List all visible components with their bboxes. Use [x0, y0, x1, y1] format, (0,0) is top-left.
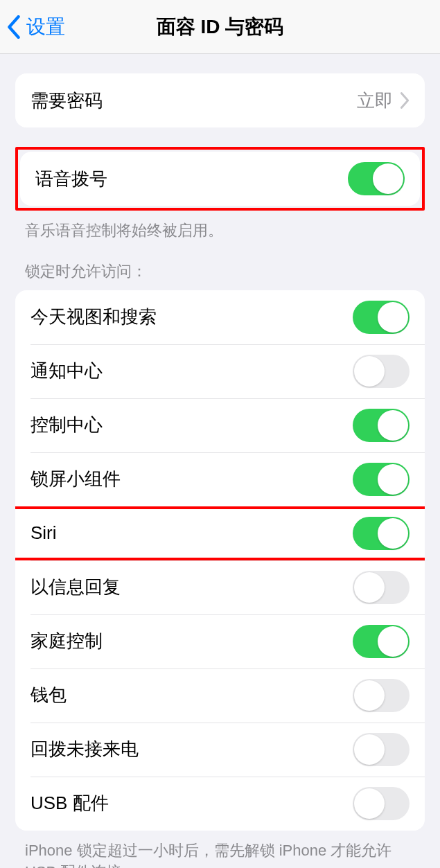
require-passcode-label: 需要密码 [30, 89, 103, 113]
content: 需要密码 立即 语音拨号 音乐语音控制将始终被启用。 锁定时允许访问： 今天视图… [0, 73, 440, 868]
lock-access-group: 今天视图和搜索通知中心控制中心锁屏小组件Siri以信息回复家庭控制钱包回拨未接来… [15, 290, 425, 831]
wallet-toggle-row: 钱包 [15, 668, 425, 723]
passcode-group: 需要密码 立即 [15, 73, 425, 127]
navbar: 设置 面容 ID 与密码 [0, 0, 440, 54]
voice-dial-toggle[interactable] [348, 162, 405, 195]
today-view-toggle-row: 今天视图和搜索 [15, 290, 425, 344]
voice-dial-highlight: 语音拨号 [15, 147, 425, 211]
require-passcode-row[interactable]: 需要密码 立即 [15, 73, 425, 127]
voice-dial-group: 语音拨号 [20, 152, 420, 206]
reply-message-toggle[interactable] [353, 571, 410, 604]
wallet-toggle-label: 钱包 [30, 683, 67, 707]
siri-toggle-label: Siri [30, 522, 57, 544]
back-button[interactable]: 设置 [0, 14, 65, 40]
return-calls-toggle[interactable] [353, 733, 410, 766]
notification-center-toggle[interactable] [353, 355, 410, 388]
today-view-toggle[interactable] [353, 301, 410, 334]
lock-access-footer: iPhone 锁定超过一小时后，需先解锁 iPhone 才能允许 USB 配件连… [0, 831, 440, 868]
reply-message-toggle-label: 以信息回复 [30, 575, 121, 599]
voice-dial-footer: 音乐语音控制将始终被启用。 [0, 211, 440, 242]
reply-message-toggle-row: 以信息回复 [15, 560, 425, 614]
home-control-toggle-row: 家庭控制 [15, 614, 425, 668]
page-title: 面容 ID 与密码 [0, 14, 440, 40]
usb-accessories-toggle[interactable] [353, 787, 410, 820]
require-passcode-value-wrap: 立即 [357, 89, 410, 113]
require-passcode-value: 立即 [357, 89, 393, 113]
siri-toggle-row: Siri [15, 506, 425, 560]
today-view-toggle-label: 今天视图和搜索 [30, 305, 157, 329]
notification-center-toggle-label: 通知中心 [30, 359, 103, 383]
usb-accessories-toggle-label: USB 配件 [30, 791, 109, 815]
siri-toggle[interactable] [353, 517, 410, 550]
chevron-right-icon [400, 91, 410, 109]
back-label: 设置 [26, 14, 65, 40]
home-control-toggle-label: 家庭控制 [30, 629, 103, 653]
control-center-toggle-row: 控制中心 [15, 398, 425, 452]
wallet-toggle[interactable] [353, 679, 410, 712]
lockscreen-widgets-toggle[interactable] [353, 463, 410, 496]
voice-dial-row: 语音拨号 [20, 152, 420, 206]
lockscreen-widgets-toggle-label: 锁屏小组件 [30, 467, 121, 491]
lockscreen-widgets-toggle-row: 锁屏小组件 [15, 452, 425, 506]
return-calls-toggle-label: 回拨未接来电 [30, 737, 139, 761]
usb-accessories-toggle-row: USB 配件 [15, 777, 425, 831]
chevron-left-icon [7, 15, 21, 39]
home-control-toggle[interactable] [353, 625, 410, 658]
notification-center-toggle-row: 通知中心 [15, 344, 425, 398]
voice-dial-label: 语音拨号 [35, 167, 107, 191]
return-calls-toggle-row: 回拨未接来电 [15, 723, 425, 777]
control-center-toggle-label: 控制中心 [30, 413, 103, 437]
lock-access-header: 锁定时允许访问： [0, 242, 440, 286]
control-center-toggle[interactable] [353, 409, 410, 442]
